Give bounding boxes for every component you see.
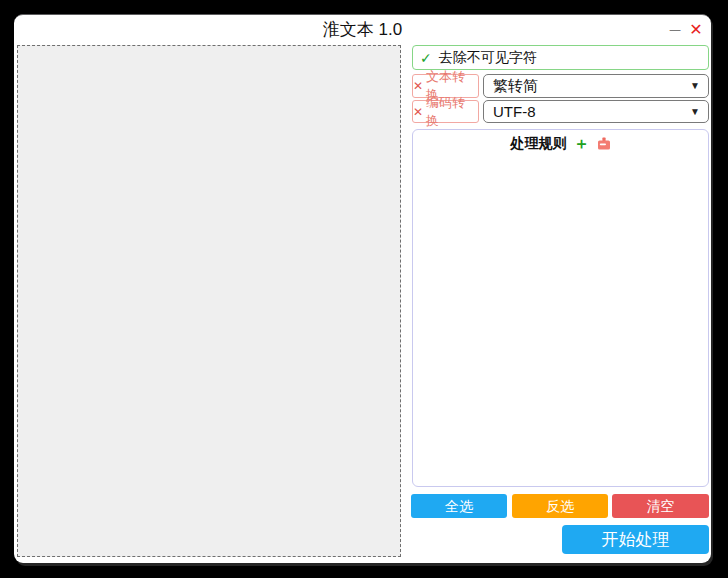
encoding-convert-select[interactable]: UTF-8 ▼: [483, 100, 709, 123]
encoding-convert-row: ✕ 编码转换 UTF-8 ▼: [412, 100, 709, 123]
rules-header: 处理规则 ＋: [413, 135, 708, 153]
start-processing-button[interactable]: 开始处理: [562, 525, 709, 554]
text-convert-value: 繁转简: [493, 77, 538, 96]
add-rule-icon[interactable]: ＋: [574, 137, 590, 151]
title-bar: 淮文本 1.0 ─ ✕: [14, 15, 711, 45]
select-all-button[interactable]: 全选: [411, 494, 507, 518]
minimize-icon[interactable]: ─: [666, 18, 684, 42]
remove-invisible-chars-label: 去除不可见字符: [439, 49, 537, 67]
invert-selection-button[interactable]: 反选: [512, 494, 608, 518]
rules-list-panel[interactable]: 处理规则 ＋: [412, 129, 709, 487]
text-convert-select[interactable]: 繁转简 ▼: [483, 74, 709, 98]
x-icon: ✕: [413, 79, 423, 93]
app-window: 淮文本 1.0 ─ ✕ ✓ 去除不可见字符 ✕ 文本转换 繁转简 ▼ ✕ 编码转…: [14, 14, 711, 563]
x-icon: ✕: [413, 105, 423, 119]
encoding-convert-value: UTF-8: [493, 103, 536, 120]
file-drop-area[interactable]: [17, 45, 401, 557]
close-icon[interactable]: ✕: [686, 18, 706, 42]
clear-rules-brush-icon[interactable]: [597, 137, 611, 151]
rules-title: 处理规则: [511, 135, 567, 153]
encoding-convert-toggle[interactable]: ✕ 编码转换: [412, 100, 479, 123]
encoding-convert-label: 编码转换: [426, 94, 478, 130]
remove-invisible-chars-option[interactable]: ✓ 去除不可见字符: [412, 45, 709, 70]
chevron-down-icon: ▼: [690, 106, 700, 117]
chevron-down-icon: ▼: [690, 80, 700, 91]
clear-button[interactable]: 清空: [612, 494, 709, 518]
check-icon: ✓: [420, 50, 432, 66]
window-title: 淮文本 1.0: [14, 15, 711, 45]
